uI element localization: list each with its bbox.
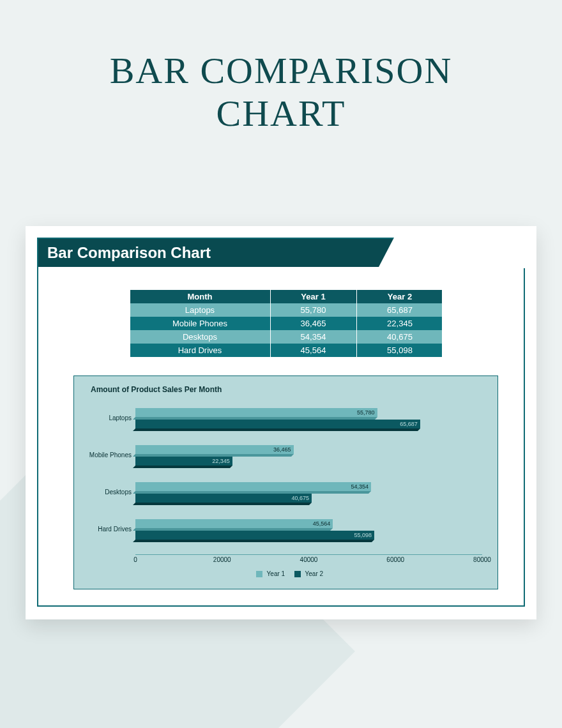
bar-year1: 36,465 <box>135 445 294 454</box>
bar-value-label: 45,564 <box>313 520 331 527</box>
row-y1: 54,354 <box>271 330 357 344</box>
row-y2: 65,687 <box>357 303 443 317</box>
bar-year1: 55,780 <box>135 408 377 417</box>
legend-label-year2: Year 2 <box>305 570 324 577</box>
row-label: Hard Drives <box>130 344 271 357</box>
x-tick-label: 40000 <box>300 556 318 563</box>
legend-swatch-year1 <box>256 571 262 577</box>
row-y1: 55,780 <box>271 303 357 317</box>
legend-label-year1: Year 1 <box>267 570 285 577</box>
row-label: Mobile Phones <box>130 317 271 330</box>
x-tick-label: 60000 <box>386 556 404 563</box>
bar-year1: 45,564 <box>135 519 333 528</box>
chart-container: Amount of Product Sales Per Month 020000… <box>73 375 498 589</box>
chart-group: Mobile Phones36,46522,345 <box>135 443 482 476</box>
data-table: Month Year 1 Year 2 Laptops 55,780 65,68… <box>130 289 443 358</box>
panel-header: Bar Comparison Chart <box>38 239 524 267</box>
table-row: Laptops 55,780 65,687 <box>130 303 442 317</box>
x-tick-label: 0 <box>133 556 137 563</box>
category-label: Hard Drives <box>82 526 132 533</box>
x-axis-line <box>135 554 482 555</box>
row-label: Desktops <box>130 330 271 344</box>
panel-header-text: Bar Comparison Chart <box>47 244 211 261</box>
template-card: Bar Comparison Chart Month Year 1 Year 2… <box>26 226 536 619</box>
bar-year1: 54,354 <box>135 482 371 491</box>
bar-year2: 65,687 <box>135 420 420 428</box>
bar-value-label: 54,354 <box>351 483 368 490</box>
x-axis-ticks: 020000400006000080000 <box>135 556 482 566</box>
panel: Bar Comparison Chart Month Year 1 Year 2… <box>37 238 525 607</box>
bar-value-label: 36,465 <box>273 446 291 453</box>
bar-year2: 22,345 <box>135 457 232 466</box>
table-row: Desktops 54,354 40,675 <box>130 330 442 344</box>
chart-group: Laptops55,78065,687 <box>135 406 482 439</box>
category-label: Mobile Phones <box>82 451 132 459</box>
bar-value-label: 40,675 <box>292 495 310 501</box>
category-label: Laptops <box>82 414 132 421</box>
bar-value-label: 55,098 <box>354 532 372 538</box>
category-label: Desktops <box>82 489 132 496</box>
bar-year2: 40,675 <box>135 494 312 503</box>
row-y2: 40,675 <box>357 330 443 344</box>
bar-value-label: 65,687 <box>400 421 418 427</box>
x-tick-label: 20000 <box>213 556 231 563</box>
bar-value-label: 22,345 <box>212 458 230 464</box>
row-y2: 55,098 <box>357 344 443 357</box>
bar-year2: 55,098 <box>135 531 374 540</box>
chart-group: Hard Drives45,56455,098 <box>135 517 482 550</box>
table-header-year1: Year 1 <box>271 290 357 303</box>
table-header-row: Month Year 1 Year 2 <box>130 290 442 303</box>
row-label: Laptops <box>130 303 271 317</box>
panel-body: Month Year 1 Year 2 Laptops 55,780 65,68… <box>38 267 524 605</box>
chart-group: Desktops54,35440,675 <box>135 480 482 513</box>
chart-legend: Year 1 Year 2 <box>86 570 486 577</box>
table-header-month: Month <box>130 290 271 303</box>
chart-title: Amount of Product Sales Per Month <box>91 385 486 394</box>
page-title-line1: BAR COMPARISON <box>110 50 453 91</box>
bar-value-label: 55,780 <box>357 409 375 416</box>
table-row: Hard Drives 45,564 55,098 <box>130 344 442 357</box>
table-row: Mobile Phones 36,465 22,345 <box>130 317 442 330</box>
page-title-line2: CHART <box>216 93 346 134</box>
row-y1: 45,564 <box>271 344 357 357</box>
chart-plot-area: 020000400006000080000 Laptops55,78065,68… <box>135 400 482 566</box>
page-title: BAR COMPARISON CHART <box>0 0 562 135</box>
x-tick-label: 80000 <box>473 556 491 563</box>
legend-swatch-year2 <box>294 571 301 577</box>
row-y1: 36,465 <box>271 317 357 330</box>
row-y2: 22,345 <box>357 317 443 330</box>
table-header-year2: Year 2 <box>357 290 443 303</box>
